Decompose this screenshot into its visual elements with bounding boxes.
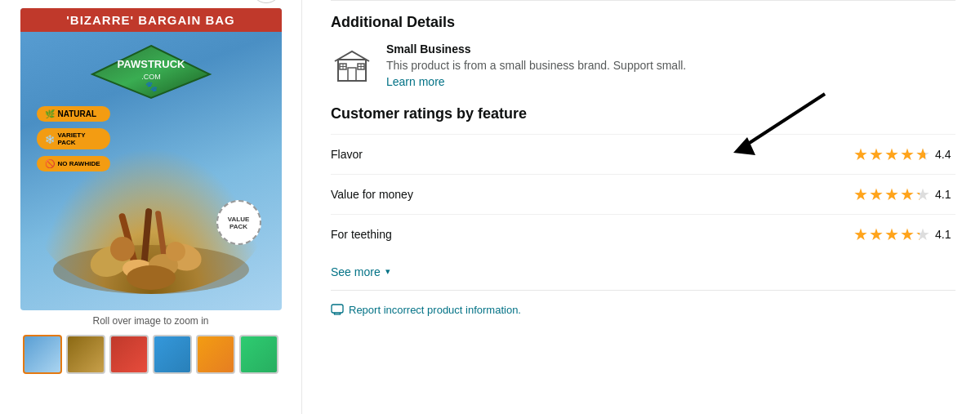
badge-natural: 🌿NATURAL [37,106,110,122]
stars-value: ★ ★ ★ ★ ★ ★ [853,185,930,204]
star-2: ★ [869,145,884,164]
report-icon [331,304,344,315]
stars-container-value: ★ ★ ★ ★ ★ ★ 4.1 [853,185,956,204]
thumbnail-strip [23,335,278,374]
stars-container-flavor: ★ ★ ★ ★ ★ ★ 4.4 [853,145,956,164]
star-1: ★ [853,145,868,164]
rating-value-flavor: 4.4 [935,148,956,161]
svg-point-13 [166,242,185,261]
star-1: ★ [853,225,868,244]
svg-rect-20 [338,60,366,81]
report-link[interactable]: Report incorrect product information. [331,304,956,316]
rating-row-teething: For teething ★ ★ ★ ★ ★ ★ 4.1 [331,214,956,254]
rating-feature-value: Value for money [331,188,461,201]
thumbnail-6[interactable] [239,335,278,374]
star-2: ★ [869,225,884,244]
product-image: 'BIZARRE' BARGAIN BAG PAWSTRUCK .COM 🐾 [20,8,282,310]
see-more-button[interactable]: See more ▾ [331,257,956,287]
rating-feature-flavor: Flavor [331,148,461,161]
right-panel: Additional Details Small Business T [302,0,980,414]
star-4: ★ [900,225,915,244]
badge-variety: ❄️VARIETY PACK [37,128,110,149]
report-text: Report incorrect product information. [349,304,521,316]
small-business-description: This product is from a small business br… [386,58,956,74]
thumbnail-1[interactable] [23,335,62,374]
svg-text:.COM: .COM [141,73,161,81]
thumbnail-3[interactable] [109,335,149,374]
ratings-title: Customer ratings by feature [331,105,956,122]
svg-point-14 [127,265,176,290]
rating-row-flavor: Flavor ★ ★ ★ ★ ★ ★ 4.4 [331,134,956,174]
star-2: ★ [869,185,884,204]
stars-teething: ★ ★ ★ ★ ★ ★ [853,225,930,244]
storefront-svg [332,43,372,84]
share-button[interactable] [251,0,282,3]
thumbnail-2[interactable] [66,335,105,374]
rating-row-value: Value for money ★ ★ ★ ★ ★ ★ 4.1 [331,174,956,214]
thumbnail-5[interactable] [196,335,235,374]
left-panel: 'BIZARRE' BARGAIN BAG PAWSTRUCK .COM 🐾 [0,0,302,414]
see-more-text: See more [331,265,381,278]
pawstruck-logo: PAWSTRUCK .COM 🐾 [90,43,212,100]
star-4: ★ [900,145,915,164]
svg-text:🐾: 🐾 [145,80,157,92]
star-1: ★ [853,185,868,204]
svg-rect-30 [332,305,343,313]
rating-feature-teething: For teething [331,228,461,241]
star-4: ★ [900,185,915,204]
small-business-label: Small Business [386,42,956,56]
svg-text:PAWSTRUCK: PAWSTRUCK [117,58,185,70]
value-stamp: VALUEPACK [216,200,261,245]
additional-details-title: Additional Details [331,14,956,31]
star-5-partial: ★ ★ [915,145,930,164]
store-icon [331,42,373,85]
thumbnail-4[interactable] [153,335,192,374]
small-business-section: Small Business This product is from a sm… [331,42,956,89]
product-banner: 'BIZARRE' BARGAIN BAG [20,8,282,32]
see-more-container: See more ▾ [331,254,956,290]
small-business-text: Small Business This product is from a sm… [386,42,956,89]
svg-rect-21 [348,68,356,81]
bottom-divider [331,290,956,291]
stars-container-teething: ★ ★ ★ ★ ★ ★ 4.1 [853,225,956,244]
star-3: ★ [884,145,899,164]
badge-no-rawhide: 🚫NO RAWHIDE [37,156,110,171]
top-divider [331,0,956,1]
svg-point-12 [110,237,135,261]
star-3: ★ [884,185,899,204]
star-5-partial: ★ ★ [915,225,930,244]
rating-value-value: 4.1 [935,188,956,201]
rating-value-teething: 4.1 [935,228,956,241]
zoom-text: Roll over image to zoom in [92,315,208,327]
badges-container: 🌿NATURAL ❄️VARIETY PACK 🚫NO RAWHIDE [37,106,110,171]
learn-more-link[interactable]: Learn more [386,75,445,88]
star-3: ★ [884,225,899,244]
ratings-section: Customer ratings by feature Flavor ★ ★ ★… [331,105,956,316]
stars-flavor: ★ ★ ★ ★ ★ ★ [853,145,930,164]
chevron-down-icon: ▾ [385,266,390,277]
star-5-partial: ★ ★ [915,185,930,204]
